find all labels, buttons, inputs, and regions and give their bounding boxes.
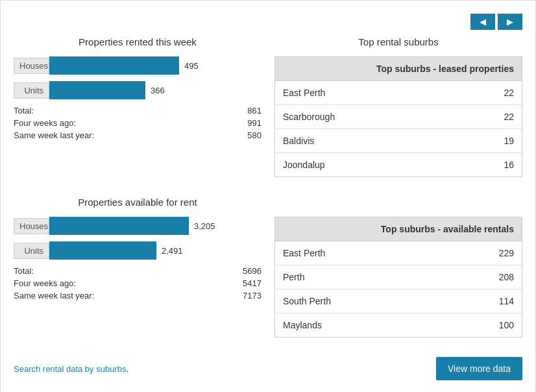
- avail-four-weeks-label: Four weeks ago:: [14, 278, 76, 288]
- rentals-table-row: Perth 208: [275, 265, 522, 289]
- leased-suburb: East Perth: [275, 81, 454, 105]
- avail-same-week-value: 7173: [243, 291, 262, 300]
- prev-button[interactable]: ◀: [470, 14, 495, 30]
- avail-total-value: 5696: [243, 266, 262, 276]
- available-stats: Total: 5696 Four weeks ago: 5417 Same we…: [14, 266, 262, 300]
- four-weeks-value: 991: [247, 118, 262, 128]
- leased-header-cell: Top suburbs - leased properties: [275, 57, 522, 81]
- rentals-table: Top suburbs - available rentals East Per…: [274, 217, 522, 337]
- rented-title: Properties rented this week: [14, 36, 262, 47]
- total-row: Total: 861: [14, 106, 262, 116]
- total-label: Total:: [14, 106, 34, 116]
- avail-houses-label: Houses: [14, 218, 49, 234]
- avail-units-bar: [49, 241, 156, 260]
- leased-suburb: Scarborough: [275, 105, 454, 129]
- rentals-count: 100: [441, 313, 522, 337]
- leased-table-row: East Perth 22: [275, 81, 522, 105]
- rentals-tbody: East Perth 229 Perth 208 South Perth 114…: [275, 241, 522, 337]
- avail-four-weeks-row: Four weeks ago: 5417: [14, 278, 262, 288]
- houses-value: 495: [184, 61, 199, 71]
- rentals-table-row: South Perth 114: [275, 289, 522, 313]
- units-bar: [49, 81, 145, 99]
- search-link-wrap: Search rental data by suburbs.: [14, 363, 128, 374]
- leased-count: 16: [454, 153, 522, 177]
- main-container: ◀ ▶ Properties rented this week Houses 4…: [0, 0, 536, 392]
- rentals-suburb: Maylands: [275, 313, 441, 337]
- leased-count: 22: [454, 81, 522, 105]
- search-rental-link[interactable]: Search rental data by suburbs: [14, 364, 126, 374]
- same-week-value: 580: [247, 130, 262, 140]
- total-value: 861: [247, 106, 262, 116]
- houses-bar-wrap: 495: [49, 56, 262, 75]
- bottom-row: Properties available for rent Houses 3,2…: [14, 197, 522, 337]
- avail-total-row: Total: 5696: [14, 266, 262, 276]
- avail-houses-bar: [49, 217, 189, 235]
- units-bar-row: Units 366: [14, 81, 262, 99]
- leased-suburb: Joondalup: [275, 153, 454, 177]
- leased-tbody: East Perth 22 Scarborough 22 Baldivis 19…: [275, 81, 522, 177]
- four-weeks-label: Four weeks ago:: [14, 118, 76, 128]
- rentals-table-row: Maylands 100: [275, 313, 522, 337]
- avail-units-bar-row: Units 2,491: [14, 241, 262, 260]
- leased-header-row: Top suburbs - leased properties: [275, 57, 522, 81]
- rentals-panel: Top rental suburbs Top suburbs - availab…: [274, 197, 522, 337]
- avail-units-value: 2,491: [162, 246, 183, 256]
- rentals-suburb: East Perth: [275, 241, 441, 265]
- next-button[interactable]: ▶: [498, 14, 522, 30]
- leased-table-row: Scarborough 22: [275, 105, 522, 129]
- same-week-label: Same week last year:: [14, 130, 94, 140]
- rented-panel: Properties rented this week Houses 495 U…: [14, 36, 262, 177]
- top-rental-title: Top rental suburbs: [274, 36, 522, 47]
- avail-houses-bar-row: Houses 3,205: [14, 217, 262, 235]
- rentals-header-row: Top suburbs - available rentals: [275, 217, 522, 241]
- avail-four-weeks-value: 5417: [243, 278, 262, 288]
- avail-houses-bar-wrap: 3,205: [49, 217, 262, 235]
- top-nav: ◀ ▶: [14, 14, 522, 30]
- avail-houses-value: 3,205: [194, 221, 215, 231]
- rented-stats: Total: 861 Four weeks ago: 991 Same week…: [14, 106, 262, 140]
- avail-same-week-row: Same week last year: 7173: [14, 291, 262, 300]
- houses-label: Houses: [14, 58, 49, 74]
- leased-table: Top suburbs - leased properties East Per…: [274, 56, 522, 177]
- rentals-count: 208: [441, 265, 522, 289]
- leased-count: 19: [454, 129, 522, 153]
- view-more-button[interactable]: View more data: [436, 357, 522, 380]
- top-row: Properties rented this week Houses 495 U…: [14, 36, 522, 177]
- avail-same-week-label: Same week last year:: [14, 291, 94, 300]
- available-title: Properties available for rent: [14, 197, 262, 208]
- available-panel: Properties available for rent Houses 3,2…: [14, 197, 262, 337]
- rentals-table-row: East Perth 229: [275, 241, 522, 265]
- avail-total-label: Total:: [14, 266, 34, 276]
- same-week-row: Same week last year: 580: [14, 130, 262, 140]
- search-suffix: .: [126, 363, 128, 374]
- rentals-suburb: Perth: [275, 265, 441, 289]
- units-value: 366: [151, 86, 165, 95]
- leased-panel: Top rental suburbs Top suburbs - leased …: [274, 36, 522, 177]
- avail-units-label: Units: [14, 243, 49, 259]
- leased-count: 22: [454, 105, 522, 129]
- avail-units-bar-wrap: 2,491: [49, 241, 262, 260]
- footer: Search rental data by suburbs. View more…: [14, 357, 522, 380]
- rentals-suburb: South Perth: [275, 289, 441, 313]
- units-label: Units: [14, 82, 49, 99]
- units-bar-wrap: 366: [49, 81, 262, 99]
- leased-table-row: Joondalup 16: [275, 153, 522, 177]
- houses-bar-row: Houses 495: [14, 56, 262, 75]
- houses-bar: [49, 56, 179, 75]
- rentals-count: 114: [441, 289, 522, 313]
- leased-table-row: Baldivis 19: [275, 129, 522, 153]
- rentals-header-cell: Top suburbs - available rentals: [275, 217, 522, 241]
- four-weeks-row: Four weeks ago: 991: [14, 118, 262, 128]
- rentals-count: 229: [441, 241, 522, 265]
- leased-suburb: Baldivis: [275, 129, 454, 153]
